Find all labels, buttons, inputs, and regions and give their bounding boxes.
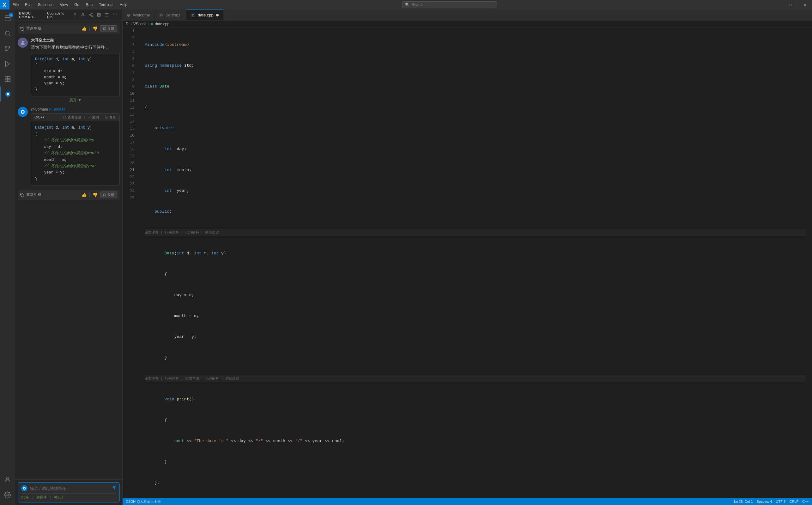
run-debug-icon[interactable] <box>0 56 15 71</box>
tab-welcome-label: Welcome <box>133 13 150 17</box>
feedback-button[interactable]: 反馈 <box>100 25 117 32</box>
status-spaces[interactable]: Spaces: 4 <box>756 500 772 503</box>
user-avatar <box>18 38 28 48</box>
search-activity-icon[interactable] <box>0 26 15 41</box>
menu-view[interactable]: View <box>56 0 71 9</box>
status-encoding[interactable]: UTF-8 <box>776 500 786 503</box>
more-button[interactable]: ⋯ <box>112 11 119 18</box>
regen-actions-top: 👍 | 👎 反馈 <box>80 25 117 32</box>
bot-name: @Comate /行间注释 <box>31 107 120 112</box>
tab-settings[interactable]: ⚙ Settings <box>155 9 186 20</box>
code-editor[interactable]: 1 2 3 4 5 6 7 8 9 10 11 12 13 14 15 16 1… <box>123 27 812 498</box>
chat-input-box: /指令 ｜ @插件 ｜ #知识 <box>18 482 120 502</box>
user-button[interactable] <box>79 11 86 18</box>
thumbs-up-button[interactable]: 👍 <box>80 26 88 32</box>
svg-point-23 <box>22 111 24 113</box>
code-lang: C/C++ <box>34 115 44 119</box>
regen-actions-bottom: 👍 | 👎 反馈 <box>80 191 117 198</box>
breadcrumb-cpp-icon: ◉ <box>150 22 154 26</box>
status-right: Ln 25, Col 1 Spaces: 4 UTF-8 CRLF C++ <box>734 500 809 503</box>
bot-message-content: @Comate /行间注释 C/C++ 查看变更 | <box>31 107 120 186</box>
welcome-icon: ⊕ <box>127 13 131 17</box>
send-button[interactable] <box>111 485 116 491</box>
account-icon[interactable] <box>0 472 15 487</box>
code-block-header: C/C++ 查看变更 | 采纳 <box>31 114 120 121</box>
svg-line-18 <box>90 15 91 15</box>
tab-welcome[interactable]: ⊕ Welcome <box>123 9 155 20</box>
menu-file[interactable]: File <box>9 0 22 9</box>
search-icon: 🔍 <box>405 3 410 7</box>
adopt-button[interactable]: 采纳 <box>87 115 99 120</box>
status-eol[interactable]: CRLF <box>789 500 798 503</box>
search-box[interactable]: 🔍 Search <box>402 1 497 8</box>
thumbs-up-button-2[interactable]: 👍 <box>80 192 88 198</box>
minimize-button[interactable]: ─ <box>768 0 783 9</box>
config-button[interactable] <box>95 11 103 18</box>
chat-input-hints: /指令 ｜ @插件 ｜ #知识 <box>21 493 116 500</box>
menu-edit[interactable]: Edit <box>22 0 35 9</box>
breadcrumb-drive[interactable]: D: <box>126 22 130 26</box>
regen-bar-top: 重新生成 👍 | 👎 反馈 <box>18 23 120 34</box>
svg-rect-7 <box>8 76 10 79</box>
titlebar: File Edit Selection View Go Run Terminal… <box>0 0 812 9</box>
user-text: 请为下面的函数增加完整的中文行间注释： <box>31 44 120 50</box>
help-button[interactable]: ? <box>71 11 78 18</box>
bot-code-block: C/C++ 查看变更 | 采纳 <box>31 114 120 186</box>
maximize-button[interactable]: □ <box>783 0 797 9</box>
regen-label-top: 重新生成 <box>26 26 41 31</box>
svg-point-3 <box>9 46 10 48</box>
menu-run[interactable]: Run <box>82 0 96 9</box>
user-code-block: Date(int d, int m, int y) { day = d; mon… <box>31 53 120 97</box>
share-button[interactable] <box>87 11 94 18</box>
knowledge-hint[interactable]: #知识 <box>54 495 63 500</box>
svg-line-19 <box>90 14 91 14</box>
plugin-hint[interactable]: @插件 <box>36 495 47 500</box>
thumbs-down-button-2[interactable]: 👎 <box>91 192 99 198</box>
search-placeholder: Search <box>412 3 424 7</box>
search-area: 🔍 Search <box>131 1 768 8</box>
svg-rect-6 <box>5 76 7 79</box>
upgrade-pro-button[interactable]: Upgrade to Pro <box>47 11 70 19</box>
breadcrumb-file[interactable]: date.cpp <box>155 22 169 26</box>
code-content: #include<iostream> using namespace std; … <box>138 27 812 498</box>
menu-terminal[interactable]: Terminal <box>96 0 116 9</box>
svg-point-16 <box>89 14 90 15</box>
status-left: CSDN @大耳朵土土垚 <box>126 499 161 504</box>
settings-icon[interactable] <box>0 487 15 502</box>
source-control-icon[interactable] <box>0 41 15 56</box>
list-button[interactable]: ☰ <box>104 11 111 18</box>
svg-point-21 <box>22 41 24 43</box>
expand-button[interactable]: 展开 ▼ <box>31 98 120 103</box>
sidebar-header: BAIDU COMATE Upgrade to Pro ? ☰ ⋯ <box>15 9 122 21</box>
status-bar: CSDN @大耳朵土土垚 Ln 25, Col 1 Spaces: 4 UTF-… <box>123 498 812 505</box>
svg-point-15 <box>91 13 92 14</box>
svg-point-1 <box>5 31 9 35</box>
explorer-icon[interactable]: 1 <box>0 11 15 26</box>
menu-selection[interactable]: Selection <box>35 0 56 9</box>
thumbs-down-button[interactable]: 👎 <box>91 26 99 32</box>
comate-icon[interactable] <box>0 87 15 102</box>
view-changes-button[interactable]: 查看变更 <box>63 115 81 120</box>
chat-input-field[interactable] <box>30 486 109 491</box>
app-logo <box>0 0 9 9</box>
command-hint[interactable]: /指令 <box>21 495 29 500</box>
svg-point-11 <box>7 93 9 95</box>
sidebar-title: BAIDU COMATE <box>19 11 47 19</box>
bot-message: @Comate /行间注释 C/C++ 查看变更 | <box>18 107 120 186</box>
chat-panel: 重新生成 👍 | 👎 反馈 大耳朵土土垚 <box>15 21 122 479</box>
comate-small-icon <box>21 485 27 491</box>
status-position[interactable]: Ln 25, Col 1 <box>734 500 753 503</box>
status-language[interactable]: C++ <box>802 500 809 503</box>
settings-tab-icon: ⚙ <box>159 13 163 17</box>
breadcrumb-folder[interactable]: VScode <box>133 22 147 26</box>
menu-help[interactable]: Help <box>117 0 131 9</box>
bot-avatar <box>18 107 28 117</box>
copy-button[interactable]: 复制 <box>105 115 116 120</box>
close-button[interactable]: ✕ <box>797 0 812 9</box>
menu-go[interactable]: Go <box>71 0 82 9</box>
code-actions: 查看变更 | 采纳 | 复制 <box>63 115 116 120</box>
feedback-button-2[interactable]: 反馈 <box>100 191 117 198</box>
sidebar-action-buttons: Upgrade to Pro ? ☰ ⋯ <box>47 11 119 19</box>
extensions-icon[interactable] <box>0 71 15 87</box>
tab-date-cpp[interactable]: C date.cpp <box>186 9 223 20</box>
